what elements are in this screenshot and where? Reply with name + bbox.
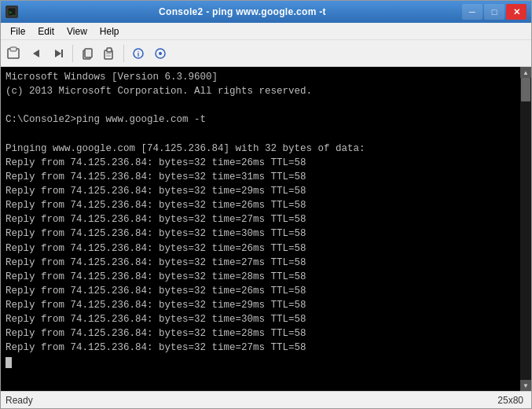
scroll-down-arrow[interactable]: ▼ [520,380,531,391]
toolbar-separator-1 [72,45,73,62]
status-size: 25x80 [497,395,523,406]
terminal-cursor [6,357,12,368]
scrollbar[interactable]: ▲ ▼ [520,67,531,391]
menu-item-edit[interactable]: Edit [31,24,61,39]
minimize-button[interactable]: ─ [462,4,482,20]
toolbar: i [1,40,531,67]
svg-rect-6 [61,50,63,57]
svg-rect-8 [85,49,92,57]
menu-bar: FileEditViewHelp [1,23,531,40]
new-tab-button[interactable] [4,43,24,64]
svg-rect-3 [10,47,17,51]
svg-point-16 [159,52,162,55]
window-title: Console2 - ping www.google.com -t [23,6,462,17]
maximize-button[interactable]: □ [484,4,504,20]
scrollbar-track[interactable] [520,78,531,380]
settings-button[interactable] [150,43,171,64]
menu-item-view[interactable]: View [61,24,94,39]
info-button[interactable]: i [128,43,149,64]
svg-text:i: i [138,50,140,58]
app-icon: >_ [6,6,18,18]
terminal-wrapper: Microsoft Windows [Version 6.3.9600] (c)… [1,67,531,391]
window-controls: ─ □ ✕ [462,4,526,20]
close-button[interactable]: ✕ [506,4,526,20]
menu-item-help[interactable]: Help [94,24,126,39]
status-bar: Ready 25x80 [1,391,531,408]
svg-rect-10 [107,48,112,52]
status-text: Ready [6,395,497,406]
svg-marker-5 [55,50,61,57]
paste-button[interactable] [99,43,119,64]
terminal-content[interactable]: Microsoft Windows [Version 6.3.9600] (c)… [1,67,520,391]
svg-marker-4 [33,50,39,57]
forward-button[interactable] [48,43,68,64]
scrollbar-thumb[interactable] [521,78,530,101]
toolbar-separator-2 [123,45,124,62]
menu-item-file[interactable]: File [4,24,31,39]
title-bar: >_ Console2 - ping www.google.com -t ─ □… [1,1,531,23]
terminal-output: Microsoft Windows [Version 6.3.9600] (c)… [1,67,520,391]
scroll-up-arrow[interactable]: ▲ [520,67,531,78]
main-window: >_ Console2 - ping www.google.com -t ─ □… [0,0,532,409]
copy-button[interactable] [77,43,97,64]
svg-text:>_: >_ [9,9,16,16]
back-button[interactable] [26,43,46,64]
